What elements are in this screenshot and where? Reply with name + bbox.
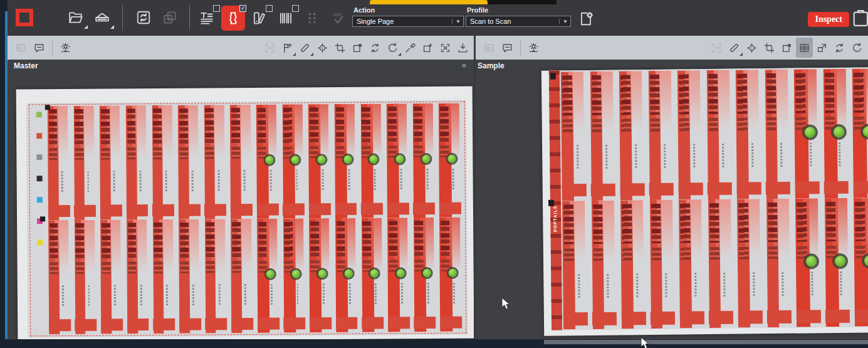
compare-view-button[interactable] (813, 38, 830, 58)
sync-views-button[interactable] (831, 38, 848, 58)
brightness-button[interactable] (525, 38, 542, 58)
rotate-icon (387, 42, 399, 54)
registration-mark (45, 105, 50, 110)
comment-icon (501, 42, 513, 54)
eraser-icon (299, 42, 311, 54)
export-button[interactable] (454, 38, 471, 58)
eyedropper-icon (404, 42, 416, 54)
flag-region-button[interactable] (279, 38, 296, 58)
barcode-inspection-toggle[interactable] (274, 6, 298, 31)
expand-icon (439, 42, 451, 54)
add-region-button[interactable] (419, 38, 436, 58)
sample-scan-image[interactable]: POPTAILS (541, 67, 868, 336)
green-dot (804, 127, 815, 138)
crop-button[interactable] (761, 38, 778, 58)
master-panel: Master × (8, 60, 474, 339)
toolbar-separator (52, 40, 53, 55)
add-region-icon (422, 42, 434, 54)
chevron-down-icon: ▼ (559, 19, 568, 24)
sample-horizontal-scrollbar[interactable] (544, 340, 868, 344)
mode-checkbox-unchecked[interactable] (213, 5, 220, 12)
spelling-inspection-icon: ABC (330, 10, 347, 26)
sample-panel: Sample POPTAILS (476, 60, 868, 339)
scan-button[interactable] (90, 5, 114, 30)
main-toolbar: ✓ABC Action Single Page ▼ Profile Scan t… (8, 0, 868, 36)
close-icon[interactable]: × (461, 61, 466, 70)
toolbar-separator (520, 40, 521, 55)
mode-checkbox-unchecked[interactable] (292, 5, 299, 12)
sample-panel-title: Sample (478, 61, 505, 70)
label-cell (736, 199, 766, 328)
report-button[interactable] (852, 9, 868, 29)
inspection-region-button[interactable] (349, 38, 366, 58)
sync-icon (369, 42, 381, 54)
comments-button[interactable] (499, 38, 516, 58)
crop-button[interactable] (332, 38, 348, 58)
brightness-button[interactable] (57, 38, 74, 58)
notification-bar-black (488, 0, 557, 4)
thumbnails-icon (483, 42, 495, 54)
color-patch (37, 197, 43, 203)
grid-view-button[interactable] (796, 38, 813, 58)
export-icon (457, 42, 469, 54)
thumbnails-icon (15, 42, 27, 54)
label-cell (765, 198, 795, 327)
registration-mark (40, 216, 45, 221)
dropdown-caret-icon (84, 25, 88, 29)
inspection-region-button[interactable] (778, 38, 795, 58)
rotate-button[interactable] (384, 38, 401, 58)
scanner-icon (94, 9, 110, 26)
eraser-button[interactable] (296, 38, 313, 58)
label-cell (794, 198, 825, 327)
grid-icon (798, 42, 810, 54)
region-icon (781, 42, 793, 54)
restart-icon (135, 9, 152, 26)
profile-dropdown[interactable]: Scan to Scan ▼ (466, 16, 571, 27)
rotate-icon (851, 42, 863, 54)
comments-button[interactable] (31, 38, 48, 58)
master-right-tools: OCR (261, 36, 471, 60)
action-label: Action (353, 6, 464, 14)
text-inspection-toggle[interactable] (195, 6, 219, 31)
master-scan-image[interactable] (16, 86, 474, 339)
svg-text:OCR: OCR (714, 46, 721, 50)
mode-checkbox-checked[interactable]: ✓ (239, 5, 246, 12)
registration-point-button[interactable] (743, 38, 760, 58)
ocr-button: OCR (708, 38, 725, 58)
crosshair-icon (746, 42, 758, 54)
label-cell (705, 70, 736, 199)
registration-mark (550, 73, 556, 80)
graphics-inspection-icon (225, 10, 241, 26)
open-file-button[interactable] (64, 5, 88, 30)
fit-view-button[interactable] (437, 38, 454, 58)
label-cell (793, 69, 824, 198)
color-inspection-icon (251, 10, 268, 26)
restart-button[interactable] (132, 5, 155, 30)
app-window: ✓ABC Action Single Page ▼ Profile Scan t… (0, 0, 868, 348)
sync-views-button[interactable] (367, 38, 384, 58)
color-inspection-toggle[interactable] (248, 6, 271, 31)
registration-point-button[interactable] (314, 38, 331, 58)
ocr-icon: OCR (711, 42, 723, 54)
mode-checkbox-unchecked[interactable] (266, 5, 273, 12)
action-dropdown[interactable]: Single Page ▼ (352, 16, 464, 27)
notification-bar-yellow (370, 0, 488, 4)
dropdown-caret-icon (740, 53, 743, 56)
eyedropper-button[interactable] (402, 38, 419, 58)
graphics-inspection-toggle[interactable]: ✓ (221, 6, 245, 31)
label-cell (822, 69, 852, 198)
inspect-button[interactable]: Inspect (808, 12, 849, 27)
label-cell (647, 71, 677, 200)
ocr-icon: OCR (264, 42, 276, 54)
clipboard-icon (852, 9, 868, 28)
dropdown-caret-icon (398, 53, 401, 56)
green-dot (834, 127, 844, 137)
registration-mark (548, 200, 554, 206)
profile-settings-button[interactable] (574, 6, 598, 31)
label-cell (618, 71, 649, 200)
eraser-button[interactable] (726, 38, 743, 58)
rotate-button[interactable] (849, 38, 865, 58)
action-value: Single Page (357, 18, 394, 25)
label-cell (588, 71, 619, 201)
master-left-tools (8, 38, 74, 58)
